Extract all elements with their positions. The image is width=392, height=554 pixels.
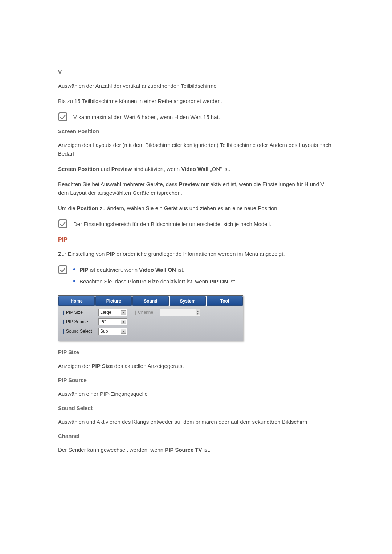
tab-tool[interactable]: Tool [207, 296, 243, 306]
heading-channel: Channel [58, 433, 334, 439]
chevron-down-icon: ▼ [121, 320, 126, 324]
sound-select-value: Sub [100, 329, 108, 334]
svg-rect-2 [59, 266, 67, 274]
text: Anzeigen der [58, 363, 92, 369]
svg-rect-1 [59, 220, 67, 228]
paragraph: Beachten Sie bei Auswahl mehrerer Geräte… [58, 180, 334, 197]
text: Beachten Sie, dass [79, 278, 128, 284]
text: des aktuellen Anzeigegeräts. [113, 363, 184, 369]
bold-text: PIP ON [210, 278, 228, 284]
note-row: V kann maximal den Wert 6 haben, wenn H … [58, 112, 334, 122]
paragraph: Der Sender kann gewechselt werden, wenn … [58, 446, 334, 454]
bold-text: Video Wall [181, 166, 208, 172]
note-row: Der Einstellungsbereich für den Bildschi… [58, 219, 334, 229]
bold-text: Picture Size [128, 278, 159, 284]
panel-row-pip-source: PIP Source PC ▼ [63, 318, 238, 325]
tab-picture[interactable]: Picture [95, 296, 132, 306]
list-text: PIP ist deaktiviert, wenn Video Wall ON … [79, 266, 184, 274]
bold-text: Video Wall ON [139, 267, 176, 273]
sound-select-dropdown[interactable]: Sub ▼ [98, 328, 127, 335]
list-item: PIP ist deaktiviert, wenn Video Wall ON … [73, 266, 236, 274]
paragraph: Bis zu 15 Teilbildschirme können in eine… [58, 97, 334, 106]
tab-system[interactable]: System [170, 296, 206, 306]
spinner-buttons: ▲ ▼ [196, 309, 200, 315]
text: ist. [176, 267, 184, 273]
pip-source-value: PC [100, 319, 106, 324]
note-row: PIP ist deaktiviert, wenn Video Wall ON … [58, 265, 334, 289]
note-icon [58, 112, 68, 122]
pip-size-label: PIP Size [63, 310, 98, 315]
paragraph: Auswählen einer PIP-Eingangsquelle [58, 390, 334, 398]
bullet-icon [73, 268, 75, 270]
note-icon [58, 265, 68, 274]
text: deaktiviert ist, wenn [159, 278, 209, 284]
text: sind aktiviert, wenn [132, 166, 181, 172]
paragraph: Auswählen und Aktivieren des Klangs entw… [58, 418, 334, 426]
paragraph: Anzeigen der PIP Size des aktuellen Anze… [58, 362, 334, 370]
text: Um die [58, 205, 77, 211]
note-text: V kann maximal den Wert 6 haben, wenn H … [73, 112, 220, 122]
chevron-down-icon: ▼ [121, 329, 126, 334]
pip-source-label: PIP Source [63, 319, 98, 324]
paragraph: Anzeigen des Layouts der (mit dem Bildsc… [58, 141, 334, 158]
spinner-down-icon[interactable]: ▼ [196, 312, 200, 315]
bold-text: Preview [179, 181, 200, 187]
bullet-icon [73, 280, 75, 282]
sound-select-label: Sound Select [63, 329, 98, 334]
bold-text: PIP [106, 251, 115, 257]
pip-source-dropdown[interactable]: PC ▼ [98, 318, 127, 325]
svg-rect-0 [59, 113, 67, 121]
settings-panel: Home Picture Sound System Tool PIP Size … [58, 295, 243, 341]
paragraph: Um die Position zu ändern, wählen Sie ei… [58, 204, 334, 213]
text: ist. [202, 447, 211, 453]
text: erforderliche grundlegende Informationen… [115, 251, 285, 257]
panel-row-sound-select: Sound Select Sub ▼ [63, 328, 238, 335]
pip-size-value: Large [100, 310, 111, 315]
tab-home[interactable]: Home [58, 296, 95, 306]
heading-v: V [58, 69, 334, 75]
heading-pip-source: PIP Source [58, 377, 334, 383]
text: „ON" ist. [208, 166, 230, 172]
bold-text: Position [77, 205, 98, 211]
panel-body: PIP Size Large ▼ Channel ▲ ▼ PIP Source … [58, 306, 243, 341]
list-item: Beachten Sie, dass Picture Size deaktivi… [73, 277, 236, 286]
tab-row: Home Picture Sound System Tool [58, 296, 243, 306]
pip-size-dropdown[interactable]: Large ▼ [98, 309, 127, 316]
list-text: Beachten Sie, dass Picture Size deaktivi… [79, 277, 236, 286]
note-icon [58, 219, 68, 229]
text: und [99, 166, 111, 172]
note-text: Der Einstellungsbereich für den Bildschi… [73, 219, 271, 229]
tab-sound[interactable]: Sound [132, 296, 169, 306]
heading-screen-position: Screen Position [58, 128, 334, 134]
text: ist deaktiviert, wenn [88, 267, 139, 273]
text: Der Sender kann gewechselt werden, wenn [58, 447, 165, 453]
section-title-pip: PIP [58, 237, 334, 243]
text: ist. [228, 278, 236, 284]
heading-pip-size: PIP Size [58, 349, 334, 355]
paragraph: Screen Position und Preview sind aktivie… [58, 165, 334, 173]
chevron-down-icon: ▼ [121, 310, 126, 315]
channel-label: Channel [135, 310, 160, 315]
bold-text: PIP [79, 267, 88, 273]
text: Beachten Sie bei Auswahl mehrerer Geräte… [58, 181, 179, 187]
heading-sound-select: Sound Select [58, 405, 334, 411]
spinner-up-icon[interactable]: ▲ [196, 309, 200, 312]
bold-text: PIP Source TV [165, 447, 202, 453]
note-list: PIP ist deaktiviert, wenn Video Wall ON … [73, 265, 236, 289]
text: zu ändern, wählen Sie ein Gerät aus und … [98, 205, 279, 211]
bold-text: Preview [111, 166, 132, 172]
paragraph: Auswählen der Anzahl der vertikal anzuor… [58, 82, 334, 90]
paragraph: Zur Einstellung von PIP erforderliche gr… [58, 250, 334, 258]
channel-spinner[interactable]: ▲ ▼ [160, 309, 200, 316]
bold-text: Screen Position [58, 166, 99, 172]
bold-text: PIP Size [92, 363, 113, 369]
panel-row-pip-size: PIP Size Large ▼ Channel ▲ ▼ [63, 309, 238, 316]
text: Zur Einstellung von [58, 251, 106, 257]
